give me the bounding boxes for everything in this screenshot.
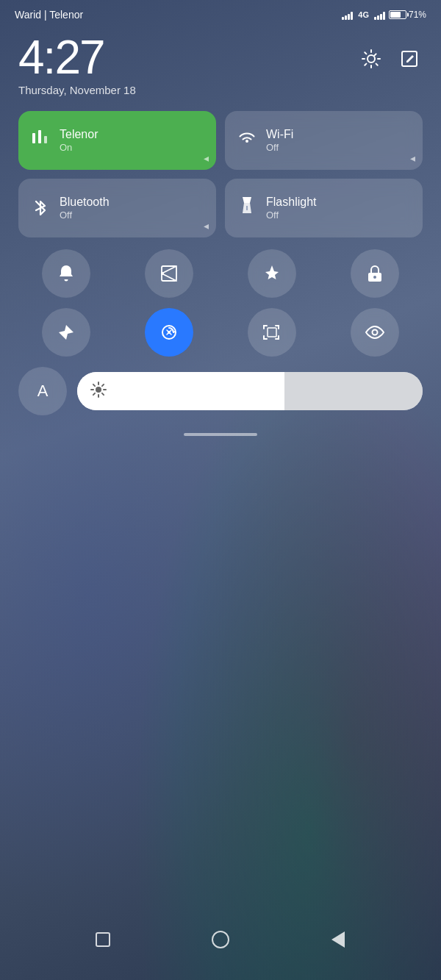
scan-icon [262,323,282,342]
wallpaper-area [0,507,441,981]
recent-apps-icon [96,932,110,947]
scan-button[interactable] [248,308,296,357]
flashlight-text: Flashlight Off [266,196,316,221]
airplane-icon [262,264,282,283]
svg-line-24 [93,393,95,394]
svg-line-7 [162,266,176,273]
bluetooth-name: Bluetooth [60,196,110,209]
home-bar [184,433,257,436]
telenor-corner: ◂ [204,152,209,164]
rotate-icon [159,323,179,342]
flashlight-name: Flashlight [266,196,316,209]
toggle-flashlight[interactable]: Flashlight Off [225,179,423,237]
flashlight-status: Off [266,210,316,221]
svg-point-11 [373,276,376,279]
status-bar: Warid | Telenor 4G [0,0,441,26]
notifications-button[interactable] [42,249,90,298]
eye-icon [365,324,384,340]
lock-icon [367,264,383,283]
svg-point-16 [96,387,101,393]
battery-indicator: 71% [389,10,426,20]
svg-line-23 [102,384,104,385]
eye-comfort-button[interactable] [351,308,399,357]
battery-percentage: 71% [409,10,426,20]
brightness-icon [90,382,107,401]
location-button[interactable] [42,308,90,357]
quick-actions-row1 [18,249,423,298]
gear-icon [361,49,381,69]
scissors-icon [159,264,179,283]
svg-rect-3 [38,130,41,143]
home-icon [212,931,229,948]
wifi-corner: ◂ [410,152,415,164]
signal-icon-1 [342,10,353,20]
flashlight-icon [237,196,257,221]
toggle-grid: Telenor On ◂ Wi-Fi Off ◂ [18,111,423,237]
autorotate-button[interactable] [145,308,193,357]
bluetooth-corner: ◂ [204,220,209,232]
telenor-text: Telenor On [60,128,98,153]
bluetooth-text: Bluetooth Off [60,196,110,221]
toggle-telenor[interactable]: Telenor On ◂ [18,111,216,170]
font-button[interactable]: A [18,367,67,415]
edit-button[interactable] [396,46,423,72]
screenshot-button[interactable] [145,249,193,298]
wifi-icon [237,129,257,152]
toggle-bluetooth[interactable]: Bluetooth Off ◂ [18,179,216,237]
wifi-name: Wi-Fi [266,128,293,141]
svg-point-0 [368,55,375,62]
settings-button[interactable] [358,46,384,72]
toggle-wifi[interactable]: Wi-Fi Off ◂ [225,111,423,170]
control-panel: 4:27 Thursday, November 18 [0,26,441,507]
clock-time: 4:27 [18,34,136,81]
svg-rect-2 [32,133,35,143]
brightness-row: A [18,367,423,415]
svg-line-22 [102,393,104,394]
telenor-status: On [60,142,98,153]
wifi-text: Wi-Fi Off [266,128,293,153]
svg-rect-4 [44,136,47,143]
edit-icon [400,49,419,68]
font-label: A [37,382,49,401]
telenor-icon [30,129,51,152]
signal-icon-2 [374,10,385,20]
quick-actions-row2 [18,308,423,357]
svg-line-8 [162,273,176,281]
battery-icon [389,10,406,19]
wifi-status: Off [266,142,293,153]
navigation-bar [0,918,441,965]
bell-icon [57,264,75,283]
home-indicator [18,427,423,446]
status-icons: 4G 71% [342,10,426,20]
recent-apps-button[interactable] [92,929,114,951]
network-type: 4G [358,10,369,19]
bluetooth-status: Off [60,210,110,221]
location-icon [57,323,75,341]
brightness-fill [77,372,284,410]
svg-line-21 [93,384,95,385]
brightness-empty [284,372,423,410]
carrier-text: Warid | Telenor [15,9,83,21]
lock-button[interactable] [351,249,399,298]
clock-actions [358,34,423,72]
svg-point-15 [373,330,378,335]
svg-rect-14 [268,328,276,337]
back-button[interactable] [327,929,349,951]
clock-date: Thursday, November 18 [18,84,136,96]
telenor-name: Telenor [60,128,98,141]
clock-row: 4:27 Thursday, November 18 [18,34,423,96]
home-button[interactable] [209,929,232,951]
clock-block: 4:27 Thursday, November 18 [18,34,136,96]
bluetooth-icon [30,196,51,220]
brightness-slider[interactable] [77,372,423,410]
back-icon [331,931,345,948]
airplane-button[interactable] [248,249,296,298]
svg-point-9 [161,272,164,275]
